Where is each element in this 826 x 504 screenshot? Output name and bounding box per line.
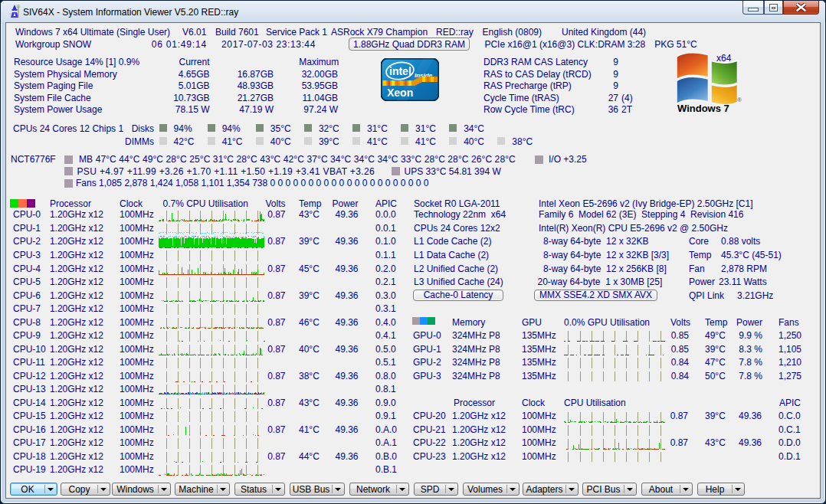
svg-text:Xeon: Xeon [387, 87, 413, 99]
svg-text:intel: intel [389, 65, 411, 77]
